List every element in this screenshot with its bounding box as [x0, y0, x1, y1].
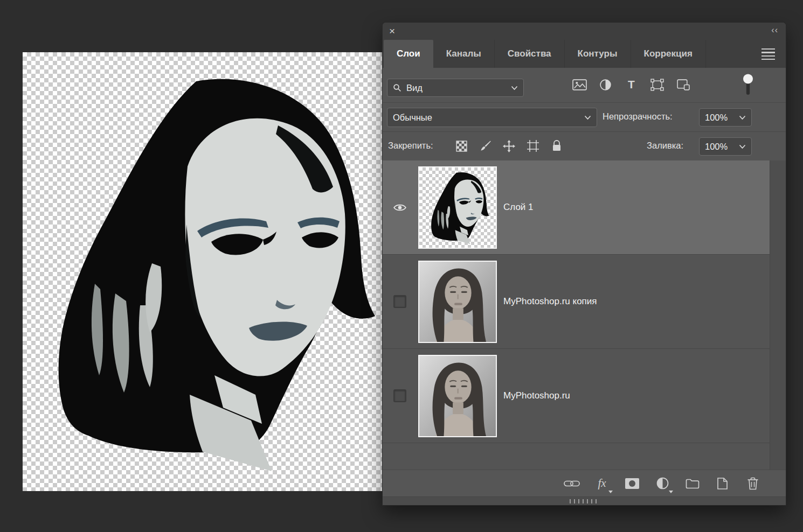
- lock-transparency-icon[interactable]: [455, 139, 468, 153]
- layer-thumbnail[interactable]: [418, 355, 497, 437]
- new-group-folder-button[interactable]: [684, 475, 701, 492]
- filter-kind-value: Вид: [406, 83, 423, 93]
- filter-type-icons: T: [572, 78, 690, 92]
- svg-text:T: T: [628, 79, 635, 90]
- posterized-portrait-artwork: [23, 52, 383, 491]
- adjustment-layer-button[interactable]: [654, 475, 670, 492]
- layer-style-fx-button[interactable]: fx: [594, 475, 610, 492]
- opacity-label: Непрозрачность:: [603, 111, 673, 122]
- eye-icon: [393, 203, 406, 212]
- chevron-down-icon: [739, 115, 746, 120]
- tab-properties[interactable]: Свойства: [495, 40, 565, 68]
- visibility-well[interactable]: [383, 255, 416, 349]
- link-layers-button[interactable]: [564, 475, 580, 492]
- layer-name[interactable]: MyPhotoshop.ru копия: [503, 296, 597, 307]
- layer-thumbnail[interactable]: [418, 261, 497, 343]
- panel-tabbar: Слои Каналы Свойства Контуры Коррекция: [384, 40, 706, 68]
- chevron-down-icon: [739, 144, 746, 149]
- tab-adjustments[interactable]: Коррекция: [631, 40, 706, 68]
- layers-list: Слой 1 MyPhotoshop.ru копия MyPhotosho: [383, 160, 770, 470]
- photo-thumb: [419, 356, 496, 436]
- visibility-well[interactable]: [383, 160, 416, 255]
- scrollbar-gutter[interactable]: [770, 160, 786, 470]
- fill-label: Заливка:: [647, 141, 683, 151]
- layer-name[interactable]: Слой 1: [503, 202, 534, 213]
- panel-header: × ‹‹ Слои Каналы Свойства Контуры Коррек…: [383, 23, 786, 68]
- fill-select[interactable]: 100%: [699, 137, 752, 156]
- lock-artboard-icon[interactable]: [526, 139, 539, 153]
- chevron-down-icon: [669, 491, 673, 493]
- filter-kind-select[interactable]: Вид: [387, 79, 524, 97]
- lock-position-move-icon[interactable]: [502, 139, 516, 153]
- blend-row: Обычные Непрозрачность: 100%: [383, 102, 786, 131]
- tab-paths[interactable]: Контуры: [565, 40, 631, 68]
- visibility-well[interactable]: [383, 349, 416, 443]
- new-layer-button[interactable]: [715, 475, 731, 492]
- lock-all-padlock-icon[interactable]: [550, 139, 563, 153]
- close-icon[interactable]: ×: [389, 25, 395, 37]
- lock-buttons: [455, 139, 563, 153]
- visibility-checkbox: [393, 389, 406, 402]
- panel-bottom-toolbar: fx: [383, 470, 786, 496]
- visibility-checkbox: [393, 295, 406, 308]
- opacity-select[interactable]: 100%: [699, 108, 752, 127]
- type-layers-filter-icon[interactable]: T: [624, 78, 639, 92]
- panel-footer: [383, 496, 786, 505]
- lock-pixels-brush-icon[interactable]: [479, 139, 492, 153]
- smart-object-filter-icon[interactable]: [676, 78, 690, 92]
- tab-layers[interactable]: Слои: [384, 40, 433, 68]
- layer-row[interactable]: Слой 1: [383, 160, 770, 255]
- collapse-panel-icon[interactable]: ‹‹: [771, 25, 778, 35]
- layer-thumbnail[interactable]: [418, 166, 497, 249]
- layer-filter-row: Вид T: [383, 68, 786, 102]
- blend-mode-select[interactable]: Обычные: [387, 108, 597, 127]
- add-layer-mask-button[interactable]: [624, 475, 640, 492]
- photo-thumb: [419, 262, 496, 342]
- chevron-down-icon: [511, 86, 518, 90]
- fill-value: 100%: [705, 142, 728, 152]
- resize-grip[interactable]: [570, 499, 599, 503]
- layer-row[interactable]: MyPhotoshop.ru копия: [383, 255, 770, 349]
- posterized-portrait-thumb: [419, 167, 496, 248]
- photoshop-workspace: × ‹‹ Слои Каналы Свойства Контуры Коррек…: [0, 0, 803, 532]
- document-canvas[interactable]: [23, 52, 383, 491]
- chevron-down-icon: [584, 115, 591, 120]
- tab-channels[interactable]: Каналы: [433, 40, 495, 68]
- shape-layers-filter-icon[interactable]: [650, 78, 664, 92]
- delete-layer-trash-button[interactable]: [745, 475, 761, 492]
- filter-toggle-switch[interactable]: [742, 73, 754, 97]
- opacity-value: 100%: [705, 113, 728, 123]
- chevron-down-icon: [608, 491, 613, 493]
- layer-name[interactable]: MyPhotoshop.ru: [503, 390, 570, 401]
- blend-mode-value: Обычные: [393, 113, 432, 123]
- fx-icon: fx: [598, 477, 606, 490]
- layers-panel: × ‹‹ Слои Каналы Свойства Контуры Коррек…: [383, 23, 786, 505]
- adjustment-layers-filter-icon[interactable]: [598, 78, 613, 92]
- layer-row[interactable]: MyPhotoshop.ru: [383, 349, 770, 443]
- search-icon: [393, 83, 402, 92]
- pixel-layers-filter-icon[interactable]: [572, 78, 587, 92]
- panel-menu-icon[interactable]: [762, 48, 775, 60]
- lock-row: Закрепить: Заливка:: [383, 131, 786, 160]
- lock-label: Закрепить:: [388, 141, 433, 151]
